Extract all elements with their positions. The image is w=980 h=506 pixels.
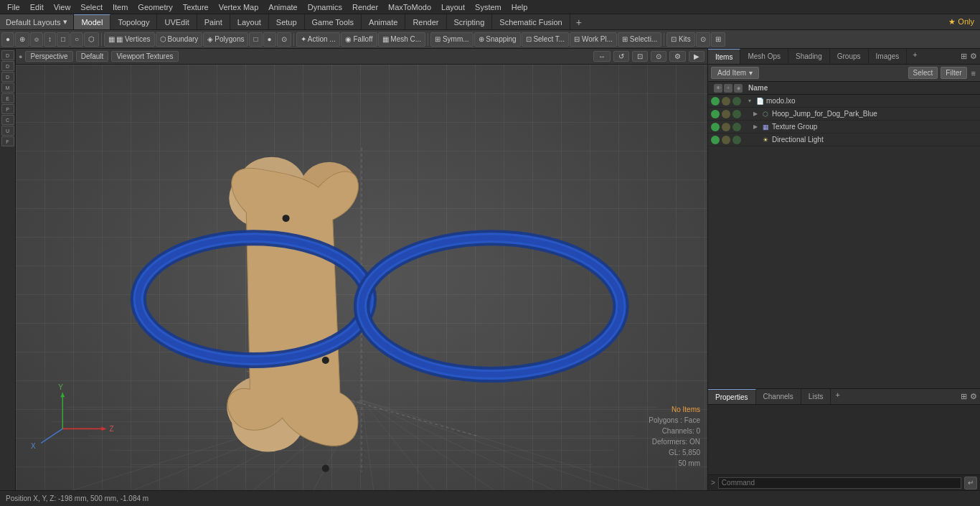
render-indicator-mesh[interactable] — [732, 110, 741, 118]
left-tool-6[interactable]: P — [1, 104, 14, 114]
shading-btn[interactable]: Default — [76, 51, 109, 62]
visibility-indicator-root[interactable] — [711, 97, 720, 106]
visibility-indicator-mesh[interactable] — [711, 110, 720, 118]
expand-mesh[interactable]: ▶ — [752, 111, 759, 118]
tab-properties[interactable]: Properties — [708, 389, 756, 404]
panel-expand-icon[interactable]: ⊞ — [961, 52, 967, 61]
layout-star[interactable]: ★ Only — [943, 16, 980, 28]
tab-lists[interactable]: Lists — [801, 389, 831, 404]
tab-uvedit[interactable]: UVEdit — [157, 14, 197, 29]
list-item-texgrp[interactable]: ▶ ▦ Texture Group — [708, 121, 980, 133]
menu-animate[interactable]: Animate — [264, 1, 301, 13]
vp-tool-5[interactable]: ⚙ — [669, 51, 686, 62]
tab-images[interactable]: Images — [869, 49, 908, 64]
item-select-button[interactable]: Select — [908, 67, 938, 79]
viewport-toggle[interactable]: ● — [19, 53, 22, 60]
render-indicator-texgrp[interactable] — [732, 123, 741, 131]
vp-tool-6[interactable]: ▶ — [689, 51, 705, 62]
snapping-btn[interactable]: ⊕ Snapping — [474, 32, 521, 47]
display-btn[interactable]: Viewport Textures — [111, 51, 178, 62]
menu-vertex-map[interactable]: Vertex Map — [215, 1, 263, 13]
view-btn-2[interactable]: ⊞ — [711, 32, 725, 47]
command-enter-btn[interactable]: ↵ — [964, 477, 977, 489]
kits-btn[interactable]: ⊡ Kits — [666, 32, 694, 47]
vp-tool-2[interactable]: ↺ — [613, 51, 629, 62]
layout-add-tab[interactable]: + — [570, 15, 588, 29]
square-btn[interactable]: □ — [249, 32, 262, 47]
panel-config-icon[interactable]: ⚙ — [970, 52, 977, 61]
menu-layout[interactable]: Layout — [437, 1, 469, 13]
viewport-canvas[interactable]: Z Y X No Items Polygons : Face Channels:… — [16, 65, 707, 490]
viewport[interactable]: ● Perspective Default Viewport Textures … — [16, 49, 707, 490]
mode-toggle-btn[interactable]: ● — [1, 32, 14, 47]
left-tool-1[interactable]: D — [1, 50, 14, 60]
menu-render[interactable]: Render — [348, 1, 382, 13]
lock-indicator-texgrp[interactable] — [722, 123, 730, 131]
menu-texture[interactable]: Texture — [179, 1, 213, 13]
list-item-root[interactable]: ▾ 📄 modo.lxo — [708, 95, 980, 108]
left-tool-3[interactable]: D — [1, 72, 14, 82]
left-tool-7[interactable]: C — [1, 115, 14, 125]
symmetry-btn[interactable]: ⊞ Symm... — [430, 32, 473, 47]
workplane-btn[interactable]: ⊟ Work Pl... — [570, 32, 617, 47]
action-btn[interactable]: ✦ Action ... — [296, 32, 340, 47]
prop-config-icon[interactable]: ⚙ — [970, 392, 977, 401]
tab-game-tools[interactable]: Game Tools — [305, 14, 362, 29]
item-filter-button[interactable]: Filter — [941, 67, 966, 79]
tab-items[interactable]: Items — [708, 49, 740, 64]
left-tool-9[interactable]: F — [1, 136, 14, 146]
vp-tool-1[interactable]: ↔ — [593, 51, 611, 62]
lock-indicator-mesh[interactable] — [722, 110, 730, 118]
list-item-light[interactable]: ☀ Directional Light — [708, 133, 980, 146]
select-tool-btn[interactable]: ⊡ Select T... — [522, 32, 570, 47]
vertices-btn[interactable]: ▦ ▦ Vertices — [104, 32, 154, 47]
tab-paint[interactable]: Paint — [197, 14, 230, 29]
menu-system[interactable]: System — [471, 1, 506, 13]
perspective-btn[interactable]: Perspective — [25, 51, 72, 62]
tab-channels[interactable]: Channels — [756, 389, 801, 404]
left-tool-2[interactable]: D — [1, 61, 14, 71]
list-item-mesh[interactable]: ▶ ⬡ Hoop_Jump_for_Dog_Park_Blue — [708, 108, 980, 121]
menu-file[interactable]: File — [3, 1, 24, 13]
left-tool-8[interactable]: U — [1, 126, 14, 136]
menu-dynamics[interactable]: Dynamics — [303, 1, 347, 13]
tab-layout[interactable]: Layout — [230, 14, 269, 29]
visibility-indicator-light[interactable] — [711, 136, 720, 144]
falloff-btn[interactable]: ◉ Falloff — [341, 32, 377, 47]
tab-animate[interactable]: Animate — [362, 14, 405, 29]
vp-tool-3[interactable]: ⊡ — [632, 51, 648, 62]
expand-light[interactable] — [752, 136, 759, 144]
polygons-btn[interactable]: ◈ Polygons — [203, 32, 248, 47]
expand-root[interactable]: ▾ — [746, 98, 753, 105]
expand-texgrp[interactable]: ▶ — [752, 123, 759, 131]
menu-help[interactable]: Help — [507, 1, 532, 13]
menu-edit[interactable]: Edit — [26, 1, 48, 13]
visibility-indicator-texgrp[interactable] — [711, 123, 720, 131]
dot-btn[interactable]: ● — [263, 32, 276, 47]
tab-topology[interactable]: Topology — [110, 14, 157, 29]
item-list-icon[interactable]: ≡ — [970, 67, 977, 79]
left-tool-4[interactable]: M — [1, 83, 14, 93]
vp-tool-4[interactable]: ⊙ — [651, 51, 666, 62]
boundary-btn[interactable]: ⬡ Boundary — [156, 32, 203, 47]
item-list[interactable]: ▾ 📄 modo.lxo ▶ ⬡ Hoop_Jump_for_Dog_Park_… — [708, 95, 980, 388]
view-btn-1[interactable]: ⊙ — [696, 32, 710, 47]
tab-model[interactable]: Model — [74, 14, 110, 29]
tab-shading[interactable]: Shading — [788, 49, 830, 64]
command-input[interactable] — [718, 477, 961, 489]
rotate-tool-btn[interactable]: ○ — [70, 32, 83, 47]
render-indicator-light[interactable] — [732, 136, 741, 144]
tab-mesh-ops[interactable]: Mesh Ops — [740, 49, 788, 64]
left-tool-5[interactable]: E — [1, 93, 14, 103]
menu-item[interactable]: Item — [108, 1, 132, 13]
selection-btn[interactable]: ⊞ Selecti... — [618, 32, 661, 47]
layout-preset[interactable]: Default Layouts ▾ — [0, 14, 74, 29]
tab-scripting[interactable]: Scripting — [447, 14, 493, 29]
mesh-constraint-btn[interactable]: ▦ Mesh C... — [378, 32, 426, 47]
menu-select[interactable]: Select — [76, 1, 107, 13]
lock-indicator-root[interactable] — [722, 97, 730, 106]
tab-groups[interactable]: Groups — [830, 49, 869, 64]
ring-btn[interactable]: ⊙ — [277, 32, 291, 47]
menu-maxtomodo[interactable]: MaxToModo — [384, 1, 435, 13]
select-box-btn[interactable]: □ — [57, 32, 70, 47]
